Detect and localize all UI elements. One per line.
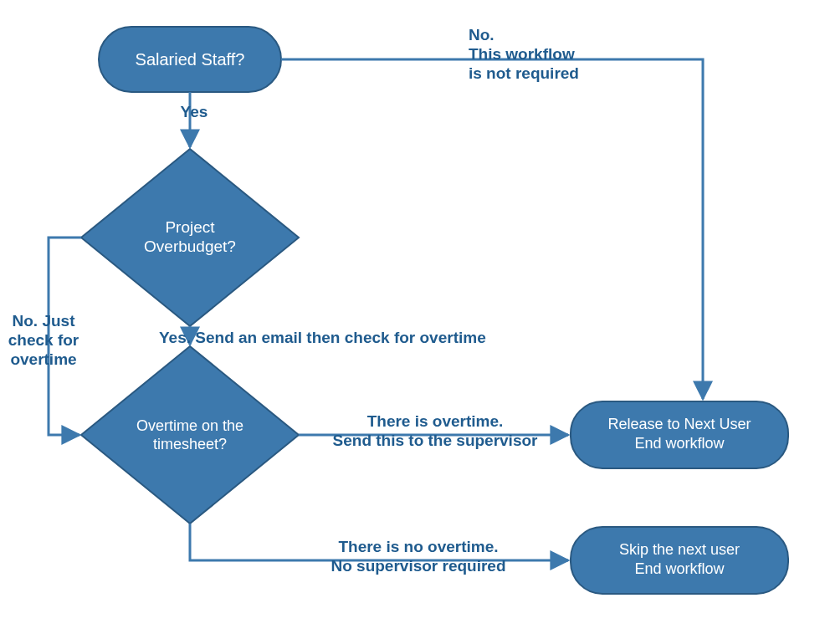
node-release: Release to Next User End workflow [571,401,788,468]
label-overtime-no: There is no overtime. No supervisor requ… [331,538,505,575]
label-salaried-no: No. This workflow is not required [469,26,579,82]
svg-text:timesheet?: timesheet? [153,436,227,452]
node-salaried-label: Salaried Staff? [136,50,245,69]
svg-text:Overbudget?: Overbudget? [144,238,236,255]
node-skip: Skip the next user End workflow [571,527,788,594]
label-salaried-yes: Yes [181,103,208,120]
svg-text:check for: check for [8,331,79,349]
node-overtime: Overtime on the timesheet? [81,346,299,524]
svg-text:Release to Next User: Release to Next User [607,416,751,432]
label-overbudget-no: No. Just check for overtime [8,312,79,368]
node-overbudget: Project Overbudget? [81,149,299,326]
svg-text:overtime: overtime [10,350,76,368]
svg-text:No supervisor required: No supervisor required [331,557,505,575]
svg-text:Project: Project [165,218,215,236]
svg-text:This workflow: This workflow [469,45,575,63]
svg-text:is not required: is not required [469,64,579,82]
svg-text:Send this to the supervisor: Send this to the supervisor [333,432,539,449]
svg-text:There is overtime.: There is overtime. [367,412,504,430]
edge-salaried-no [281,59,703,399]
svg-text:No. Just: No. Just [13,312,76,330]
svg-text:There is no overtime.: There is no overtime. [338,538,498,555]
svg-text:No.: No. [469,26,495,43]
svg-text:Overtime on the: Overtime on the [136,417,243,434]
label-overbudget-yes: Yes. Send an email then check for overti… [159,329,486,346]
svg-text:Skip the next user: Skip the next user [619,541,740,558]
label-overtime-yes: There is overtime. Send this to the supe… [333,412,539,449]
svg-text:End workflow: End workflow [634,435,725,452]
node-salaried: Salaried Staff? [99,27,281,92]
svg-text:End workflow: End workflow [634,560,725,577]
svg-marker-4 [81,346,299,524]
